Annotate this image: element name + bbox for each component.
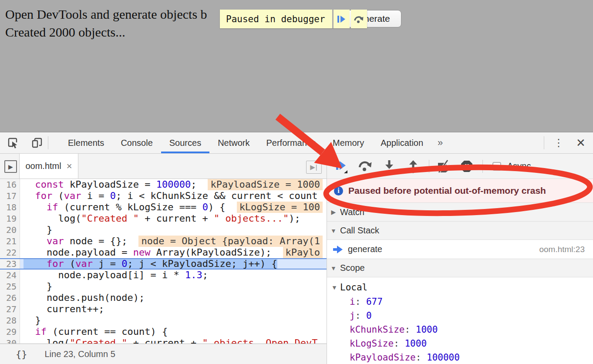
line-number[interactable]: 27 bbox=[0, 303, 20, 315]
scope-variables: i: 677j: 0kChunkSize: 1000kLogSize: 1000… bbox=[327, 295, 593, 364]
device-toolbar-icon[interactable] bbox=[30, 136, 44, 149]
code-text: current++; bbox=[20, 303, 327, 315]
line-number[interactable]: 23 bbox=[0, 259, 20, 269]
step-into-button[interactable] bbox=[381, 158, 398, 175]
tab-performance[interactable]: Performance bbox=[258, 132, 325, 153]
paused-banner-text: Paused in debugger bbox=[220, 10, 332, 28]
deactivate-breakpoints-button[interactable] bbox=[435, 158, 452, 175]
async-label: Async bbox=[507, 161, 531, 171]
code-line-19[interactable]: 19 log("Created " + current + " objects.… bbox=[0, 213, 327, 224]
editor-status-bar: {} Line 23, Column 5 bbox=[0, 344, 327, 364]
code-text: if (current % kLogSize === 0) {kLogSize … bbox=[20, 202, 327, 213]
code-line-26[interactable]: 26 nodes.push(node); bbox=[0, 292, 327, 303]
step-over-icon bbox=[354, 14, 364, 24]
banner-resume-button[interactable] bbox=[334, 10, 350, 28]
line-number[interactable]: 26 bbox=[0, 292, 20, 303]
tab-application[interactable]: Application bbox=[372, 132, 431, 153]
page-text-line1: Open DevTools and generate objects b bbox=[5, 7, 207, 22]
pretty-print-icon[interactable]: {} bbox=[16, 349, 27, 360]
line-number[interactable]: 16 bbox=[0, 179, 20, 190]
scope-variable-kLogSize: kLogSize: 1000 bbox=[327, 337, 593, 351]
scope-variable-i: i: 677 bbox=[327, 295, 593, 309]
devtools-window: ElementsConsoleSourcesNetworkPerformance… bbox=[0, 132, 593, 364]
tab-memory[interactable]: Memory bbox=[324, 132, 372, 153]
step-over-button[interactable] bbox=[357, 158, 374, 175]
more-options-icon[interactable]: ⋮ bbox=[549, 137, 569, 149]
toolbar-separator bbox=[48, 136, 48, 149]
line-number[interactable]: 18 bbox=[0, 202, 20, 213]
code-line-21[interactable]: 21 var node = {};node = Object {payload:… bbox=[0, 236, 327, 247]
line-number[interactable]: 24 bbox=[0, 270, 20, 281]
line-number[interactable]: 21 bbox=[0, 236, 20, 247]
sources-editor-pane: ▶ oom.html × ▶| 16 const kPayloadSize = … bbox=[0, 154, 327, 364]
resume-button[interactable] bbox=[333, 158, 350, 175]
file-tab-strip: ▶ oom.html × ▶| bbox=[0, 154, 327, 179]
call-stack-label: Call Stack bbox=[340, 226, 379, 236]
code-text: var node = {};node = Object {payload: Ar… bbox=[20, 236, 327, 247]
toolbar-right-controls: ⋮ ✕ bbox=[539, 132, 593, 153]
page-text-line2: Created 2000 objects... bbox=[5, 25, 125, 40]
close-devtools-icon[interactable]: ✕ bbox=[569, 136, 593, 150]
scope-local-row[interactable]: ▼ Local bbox=[327, 280, 593, 295]
expanded-triangle-icon: ▼ bbox=[327, 265, 340, 272]
line-number[interactable]: 22 bbox=[0, 247, 20, 258]
navigator-toggle-icon[interactable]: ▶ bbox=[4, 160, 17, 173]
async-checkbox[interactable] bbox=[492, 162, 501, 171]
tab-sources[interactable]: Sources bbox=[161, 132, 209, 153]
tab-console[interactable]: Console bbox=[112, 132, 161, 153]
inline-value-hint: kPaylo bbox=[283, 247, 323, 258]
code-line-18[interactable]: 18 if (current % kLogSize === 0) {kLogSi… bbox=[0, 202, 327, 213]
call-stack-section-header[interactable]: ▼ Call Stack bbox=[327, 222, 593, 240]
line-number[interactable]: 30 bbox=[0, 337, 20, 344]
paused-message-row: i Paused before potential out-of-memory … bbox=[327, 179, 593, 202]
code-line-16[interactable]: 16 const kPayloadSize = 100000;kPayloadS… bbox=[0, 179, 327, 190]
code-line-23[interactable]: 23 for (var j = 0; j < kPayloadSize; j++… bbox=[0, 258, 327, 270]
code-editor[interactable]: 16 const kPayloadSize = 100000;kPayloadS… bbox=[0, 179, 327, 344]
debugger-controls-toolbar: Async bbox=[327, 154, 593, 179]
watch-section-header[interactable]: ▶ Watch bbox=[327, 202, 593, 222]
step-over-icon bbox=[358, 160, 373, 173]
code-text: for (var j = 0; j < kPayloadSize; j++) { bbox=[20, 259, 327, 269]
code-line-24[interactable]: 24 node.payload[i] = i * 1.3; bbox=[0, 270, 327, 281]
code-line-17[interactable]: 17 for (var i = 0; i < kChunkSize && cur… bbox=[0, 190, 327, 202]
code-text: } bbox=[20, 315, 327, 326]
deactivate-breakpoints-icon bbox=[436, 159, 451, 173]
tab-elements[interactable]: Elements bbox=[60, 132, 112, 153]
file-tab-oom-html[interactable]: oom.html × bbox=[19, 154, 78, 179]
tab-[interactable]: » bbox=[431, 132, 449, 153]
scope-name: Local bbox=[340, 282, 367, 293]
pause-on-exceptions-icon bbox=[460, 159, 474, 173]
toolbar-separator bbox=[429, 160, 429, 173]
line-number[interactable]: 28 bbox=[0, 315, 20, 326]
debugger-sidebar: Async i Paused before potential out-of-m… bbox=[327, 154, 593, 364]
code-line-28[interactable]: 28 } bbox=[0, 315, 327, 326]
line-number[interactable]: 20 bbox=[0, 224, 20, 236]
scope-variable-j: j: 0 bbox=[327, 309, 593, 323]
line-number[interactable]: 17 bbox=[0, 190, 20, 202]
expanded-triangle-icon: ▼ bbox=[329, 284, 340, 291]
paused-message: Paused before potential out-of-memory cr… bbox=[348, 185, 546, 196]
line-number[interactable]: 29 bbox=[0, 326, 20, 337]
step-into-icon bbox=[384, 159, 395, 173]
editor-panel-toggle-icon[interactable]: ▶| bbox=[306, 161, 322, 174]
paused-in-debugger-banner: Paused in debugger bbox=[220, 10, 367, 28]
code-line-22[interactable]: 22 node.payload = new Array(kPayloadSize… bbox=[0, 247, 327, 258]
code-line-29[interactable]: 29 if (current == count) { bbox=[0, 326, 327, 337]
file-tab-close-icon[interactable]: × bbox=[67, 161, 72, 172]
scope-section-header[interactable]: ▼ Scope bbox=[327, 259, 593, 277]
line-number[interactable]: 25 bbox=[0, 281, 20, 292]
tab-network[interactable]: Network bbox=[209, 132, 258, 153]
inspect-element-icon[interactable] bbox=[6, 136, 19, 149]
code-line-25[interactable]: 25 } bbox=[0, 281, 327, 292]
code-line-20[interactable]: 20 } bbox=[0, 224, 327, 236]
code-text: } bbox=[20, 224, 327, 236]
code-line-27[interactable]: 27 current++; bbox=[0, 303, 327, 315]
step-out-button[interactable] bbox=[404, 158, 422, 175]
banner-step-over-button[interactable] bbox=[351, 10, 367, 28]
frame-location[interactable]: oom.html:23 bbox=[539, 245, 585, 254]
watch-label: Watch bbox=[340, 207, 364, 217]
call-stack-frame[interactable]: generate oom.html:23 bbox=[327, 240, 593, 259]
pause-on-exceptions-button[interactable] bbox=[458, 158, 475, 175]
line-number[interactable]: 19 bbox=[0, 213, 20, 224]
code-line-30[interactable]: 30 log("Created " + current + " objects.… bbox=[0, 337, 327, 344]
